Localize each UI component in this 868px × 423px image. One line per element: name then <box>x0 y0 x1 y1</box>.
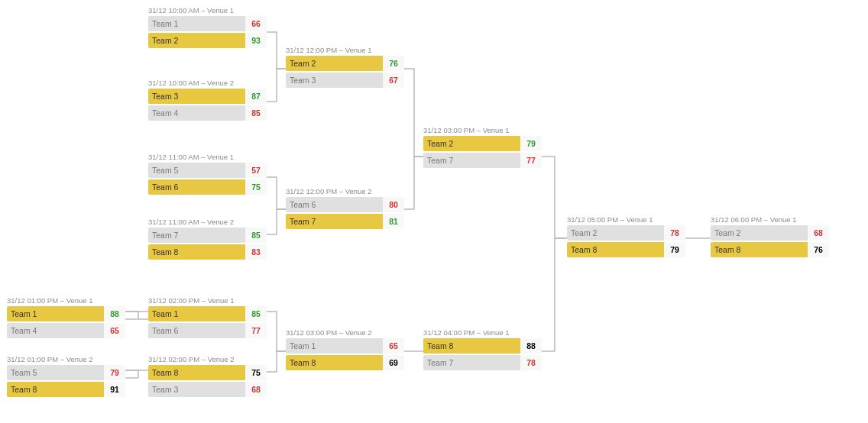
team-score-m3-1: 67 <box>383 73 404 88</box>
team-row-m2-1: Team 485 <box>148 105 267 121</box>
team-name-m14-1: Team 8 <box>567 242 664 257</box>
match-label-m1: 31/12 10:00 AM – Venue 1 <box>148 6 267 15</box>
team-row-m1-1: Team 293 <box>148 33 267 48</box>
team-score-m7-1: 77 <box>520 153 542 168</box>
match-label-m2: 31/12 10:00 AM – Venue 2 <box>148 79 267 87</box>
team-score-m4-1: 75 <box>245 179 267 195</box>
match-m14: 31/12 05:00 PM – Venue 1Team 278Team 879 <box>567 215 685 259</box>
team-row-m1-0: Team 166 <box>148 16 267 31</box>
team-score-m5-1: 83 <box>245 244 267 260</box>
matches-container: 31/12 10:00 AM – Venue 1Team 166Team 293… <box>0 0 868 423</box>
match-label-m8: 31/12 01:00 PM – Venue 1 <box>7 296 125 305</box>
match-label-m3: 31/12 12:00 PM – Venue 1 <box>286 46 404 54</box>
team-score-m12-1: 69 <box>383 355 404 370</box>
match-label-m4: 31/12 11:00 AM – Venue 1 <box>148 153 267 161</box>
team-row-m5-0: Team 785 <box>148 228 267 243</box>
team-score-m10-1: 77 <box>245 323 267 338</box>
team-name-m4-0: Team 5 <box>148 163 245 178</box>
match-m6: 31/12 12:00 PM – Venue 2Team 680Team 781 <box>286 187 404 231</box>
team-score-m4-0: 57 <box>245 163 267 178</box>
match-m9: 31/12 01:00 PM – Venue 2Team 579Team 891 <box>7 355 125 399</box>
match-m10: 31/12 02:00 PM – Venue 1Team 185Team 677 <box>148 296 267 340</box>
team-name-m13-1: Team 7 <box>423 355 520 370</box>
team-name-m11-1: Team 3 <box>148 382 245 397</box>
team-name-m12-1: Team 8 <box>286 355 383 370</box>
team-score-m13-1: 78 <box>520 355 542 370</box>
match-label-m12: 31/12 03:00 PM – Venue 2 <box>286 328 404 337</box>
match-m1: 31/12 10:00 AM – Venue 1Team 166Team 293 <box>148 6 267 50</box>
team-row-m3-1: Team 367 <box>286 73 404 88</box>
team-score-m1-0: 66 <box>245 16 267 31</box>
team-row-m3-0: Team 276 <box>286 56 404 71</box>
team-row-m7-1: Team 777 <box>423 153 542 168</box>
team-name-m2-0: Team 3 <box>148 89 245 104</box>
team-score-m14-0: 78 <box>664 225 685 241</box>
team-row-m8-0: Team 188 <box>7 306 125 321</box>
team-row-m12-1: Team 869 <box>286 355 404 370</box>
match-m7: 31/12 03:00 PM – Venue 1Team 279Team 777 <box>423 126 542 170</box>
team-score-m6-0: 80 <box>383 197 404 212</box>
match-m2: 31/12 10:00 AM – Venue 2Team 387Team 485 <box>148 79 267 122</box>
team-name-m6-1: Team 7 <box>286 214 383 229</box>
match-label-m9: 31/12 01:00 PM – Venue 2 <box>7 355 125 363</box>
team-score-m11-1: 68 <box>245 382 267 397</box>
team-row-m6-0: Team 680 <box>286 197 404 212</box>
team-score-m6-1: 81 <box>383 214 404 229</box>
team-row-m4-0: Team 557 <box>148 163 267 178</box>
match-label-m5: 31/12 11:00 AM – Venue 2 <box>148 218 267 226</box>
team-row-m6-1: Team 781 <box>286 214 404 229</box>
team-row-m13-0: Team 888 <box>423 338 542 354</box>
match-m3: 31/12 12:00 PM – Venue 1Team 276Team 367 <box>286 46 404 89</box>
team-score-m2-0: 87 <box>245 89 267 104</box>
match-label-m10: 31/12 02:00 PM – Venue 1 <box>148 296 267 305</box>
team-score-m9-0: 79 <box>104 365 125 380</box>
match-label-m6: 31/12 12:00 PM – Venue 2 <box>286 187 404 195</box>
team-name-m15-1: Team 8 <box>711 242 808 257</box>
match-m12: 31/12 03:00 PM – Venue 2Team 165Team 869 <box>286 328 404 372</box>
match-m5: 31/12 11:00 AM – Venue 2Team 785Team 883 <box>148 218 267 261</box>
team-name-m15-0: Team 2 <box>711 225 808 241</box>
team-name-m7-1: Team 7 <box>423 153 520 168</box>
team-score-m13-0: 88 <box>520 338 542 354</box>
team-row-m9-0: Team 579 <box>7 365 125 380</box>
team-row-m10-0: Team 185 <box>148 306 267 321</box>
team-score-m12-0: 65 <box>383 338 404 354</box>
team-score-m15-1: 76 <box>808 242 829 257</box>
team-score-m2-1: 85 <box>245 105 267 121</box>
team-name-m6-0: Team 6 <box>286 197 383 212</box>
team-score-m3-0: 76 <box>383 56 404 71</box>
team-row-m2-0: Team 387 <box>148 89 267 104</box>
match-m13: 31/12 04:00 PM – Venue 1Team 888Team 778 <box>423 328 542 372</box>
team-name-m2-1: Team 4 <box>148 105 245 121</box>
team-name-m5-1: Team 8 <box>148 244 245 260</box>
team-name-m14-0: Team 2 <box>567 225 664 241</box>
team-row-m11-1: Team 368 <box>148 382 267 397</box>
match-label-m15: 31/12 06:00 PM – Venue 1 <box>711 215 829 224</box>
team-score-m15-0: 68 <box>808 225 829 241</box>
team-name-m11-0: Team 8 <box>148 365 245 380</box>
team-row-m12-0: Team 165 <box>286 338 404 354</box>
match-m15: 31/12 06:00 PM – Venue 1Team 2682ndTeam … <box>711 215 829 259</box>
team-score-m8-1: 65 <box>104 323 125 338</box>
match-m8: 31/12 01:00 PM – Venue 1Team 188Team 465 <box>7 296 125 340</box>
team-row-m10-1: Team 677 <box>148 323 267 338</box>
team-row-m15-1: Team 8761st <box>711 242 829 257</box>
team-score-m1-1: 93 <box>245 33 267 48</box>
team-name-m4-1: Team 6 <box>148 179 245 195</box>
team-score-m10-0: 85 <box>245 306 267 321</box>
team-row-m11-0: Team 875 <box>148 365 267 380</box>
team-score-m5-0: 85 <box>245 228 267 243</box>
team-score-m8-0: 88 <box>104 306 125 321</box>
team-name-m3-0: Team 2 <box>286 56 383 71</box>
team-name-m1-1: Team 2 <box>148 33 245 48</box>
team-row-m14-0: Team 278 <box>567 225 685 241</box>
team-name-m12-0: Team 1 <box>286 338 383 354</box>
team-name-m10-1: Team 6 <box>148 323 245 338</box>
team-row-m15-0: Team 2682nd <box>711 225 829 241</box>
team-score-m7-0: 79 <box>520 136 542 151</box>
team-row-m5-1: Team 883 <box>148 244 267 260</box>
team-score-m9-1: 91 <box>104 382 125 397</box>
team-row-m4-1: Team 675 <box>148 179 267 195</box>
team-row-m7-0: Team 279 <box>423 136 542 151</box>
team-name-m5-0: Team 7 <box>148 228 245 243</box>
